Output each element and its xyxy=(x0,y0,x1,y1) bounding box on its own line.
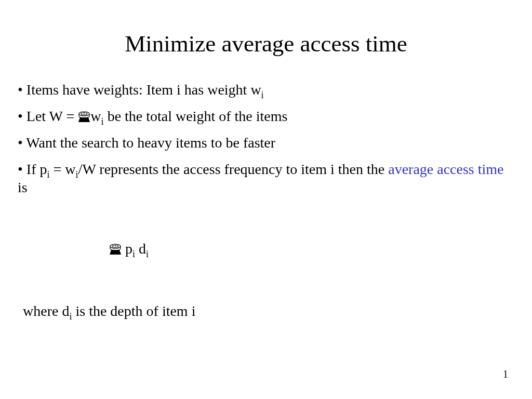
page-number: 1 xyxy=(503,368,508,380)
bullet-item-1: Items have weights: Item i has weight wi xyxy=(18,81,514,99)
formula: pi di xyxy=(109,241,149,257)
bullet-item-4: If pi = wi/W represents the access frequ… xyxy=(18,160,514,196)
text: If p xyxy=(26,161,47,177)
text: d xyxy=(135,241,146,257)
highlight-text: average access time xyxy=(388,161,503,177)
text: p xyxy=(122,241,132,257)
slide-body: Items have weights: Item i has weight wi… xyxy=(18,81,514,205)
text: is the depth of item i xyxy=(72,303,195,319)
subscript: i xyxy=(146,249,149,259)
sum-icon xyxy=(78,111,90,123)
text: = w xyxy=(50,161,76,177)
text: /W represents the access frequency to it… xyxy=(78,161,389,177)
text: w xyxy=(90,108,101,124)
text: Want the search to heavy items to be fas… xyxy=(26,135,275,151)
text: Let W = xyxy=(26,108,78,124)
slide: Minimize average access time Items have … xyxy=(0,0,532,399)
bullet-item-2: Let W = wi be the total weight of the it… xyxy=(18,107,514,125)
where-clause: where di is the depth of item i xyxy=(23,303,195,320)
bullet-item-3: Want the search to heavy items to be fas… xyxy=(18,134,514,152)
slide-title: Minimize average access time xyxy=(0,30,532,57)
subscript: i xyxy=(261,90,264,100)
sum-icon xyxy=(109,243,122,256)
text: is xyxy=(18,179,28,195)
text: be the total weight of the items xyxy=(104,108,288,124)
text: where d xyxy=(23,303,69,319)
text: Items have weights: Item i has weight w xyxy=(26,82,261,98)
